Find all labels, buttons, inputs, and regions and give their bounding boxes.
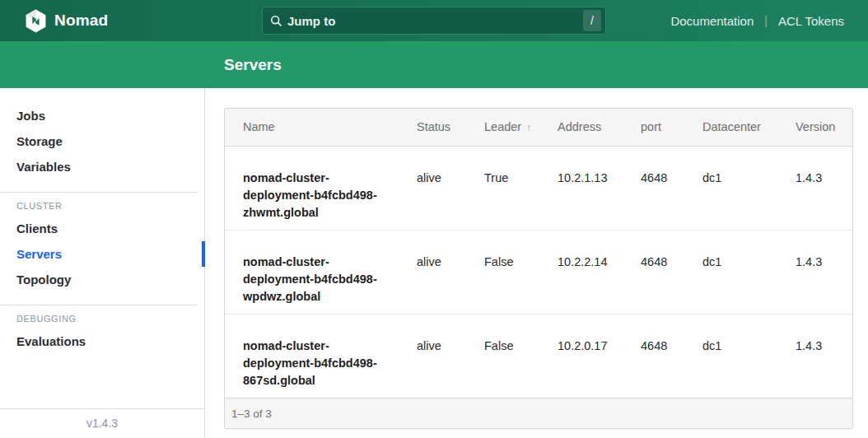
server-leader-cell: False <box>466 314 539 398</box>
nav-links-separator: | <box>764 14 768 27</box>
server-row[interactable]: nomad-cluster-deployment-b4fcbd498-zhwmt… <box>225 146 852 230</box>
server-status-cell: alive <box>399 314 466 398</box>
top-navbar: Nomad / Documentation | ACL Tokens <box>0 0 868 41</box>
table-header-row: Name Status Leader↑ Address port Datacen… <box>225 109 852 146</box>
sidebar-divider <box>0 305 198 305</box>
column-header-status[interactable]: Status <box>399 109 466 146</box>
section-label-cluster: CLUSTER <box>0 196 204 216</box>
server-datacenter-cell: dc1 <box>684 146 777 230</box>
server-status-cell: alive <box>399 230 466 314</box>
sidebar-item-clients[interactable]: Clients <box>0 216 204 241</box>
servers-table: Name Status Leader↑ Address port Datacen… <box>224 108 853 429</box>
server-version-cell: 1.4.3 <box>777 146 852 230</box>
jump-to-search[interactable]: / <box>262 7 606 35</box>
nav-link-documentation[interactable]: Documentation <box>670 14 754 28</box>
server-row[interactable]: nomad-cluster-deployment-b4fcbd498-wpdwz… <box>225 230 852 314</box>
pagination-status: 1–3 of 3 <box>225 398 852 428</box>
server-name-cell: nomad-cluster-deployment-b4fcbd498-wpdwz… <box>225 230 399 314</box>
sidebar-divider <box>0 192 198 193</box>
server-name-cell: nomad-cluster-deployment-b4fcbd498-867sd… <box>225 314 399 398</box>
sidebar-item-servers[interactable]: Servers <box>0 241 204 267</box>
column-header-datacenter[interactable]: Datacenter <box>684 109 777 146</box>
server-status-cell: alive <box>399 146 466 230</box>
column-header-version[interactable]: Version <box>777 109 852 146</box>
jump-to-search-input[interactable] <box>287 14 583 28</box>
sidebar-item-topology[interactable]: Topology <box>0 267 204 292</box>
column-header-name[interactable]: Name <box>225 109 399 146</box>
nav-link-acl-tokens[interactable]: ACL Tokens <box>778 14 844 28</box>
server-datacenter-cell: dc1 <box>684 314 777 398</box>
navbar-links: Documentation | ACL Tokens <box>670 0 844 41</box>
sidebar-item-jobs[interactable]: Jobs <box>0 103 204 128</box>
sidebar: Jobs Storage Variables CLUSTER Clients S… <box>0 88 205 438</box>
server-name-cell: nomad-cluster-deployment-b4fcbd498-zhwmt… <box>225 146 399 230</box>
slash-shortcut-badge: / <box>583 10 601 31</box>
page-header: Servers <box>0 41 868 88</box>
server-port-cell: 4648 <box>623 146 684 230</box>
server-leader-cell: True <box>466 146 539 230</box>
server-port-cell: 4648 <box>623 230 684 314</box>
column-header-address[interactable]: Address <box>539 109 623 146</box>
server-datacenter-cell: dc1 <box>684 230 777 314</box>
server-row[interactable]: nomad-cluster-deployment-b4fcbd498-867sd… <box>225 314 852 398</box>
server-leader-cell: False <box>466 230 539 314</box>
sidebar-menu: Jobs Storage Variables CLUSTER Clients S… <box>0 88 204 354</box>
server-address-cell: 10.2.0.17 <box>539 314 623 398</box>
column-header-leader[interactable]: Leader↑ <box>466 109 539 146</box>
section-label-debugging: DEBUGGING <box>0 309 204 328</box>
column-header-port[interactable]: port <box>623 109 684 146</box>
server-version-cell: 1.4.3 <box>777 314 852 398</box>
server-address-cell: 10.2.2.14 <box>539 230 623 314</box>
brand-link[interactable]: Nomad <box>25 9 108 33</box>
server-version-cell: 1.4.3 <box>777 230 852 314</box>
nomad-logo-icon <box>25 9 47 33</box>
sidebar-item-storage[interactable]: Storage <box>0 128 204 154</box>
brand-title: Nomad <box>54 12 108 30</box>
main-content: Name Status Leader↑ Address port Datacen… <box>205 88 868 438</box>
sidebar-item-evaluations[interactable]: Evaluations <box>0 328 204 354</box>
page-title: Servers <box>224 56 282 74</box>
search-icon <box>270 15 282 27</box>
sidebar-item-variables[interactable]: Variables <box>0 154 204 179</box>
sort-ascending-icon: ↑ <box>526 122 531 133</box>
server-address-cell: 10.2.1.13 <box>539 146 623 230</box>
server-port-cell: 4648 <box>623 314 684 398</box>
sidebar-version: v1.4.3 <box>0 408 204 438</box>
